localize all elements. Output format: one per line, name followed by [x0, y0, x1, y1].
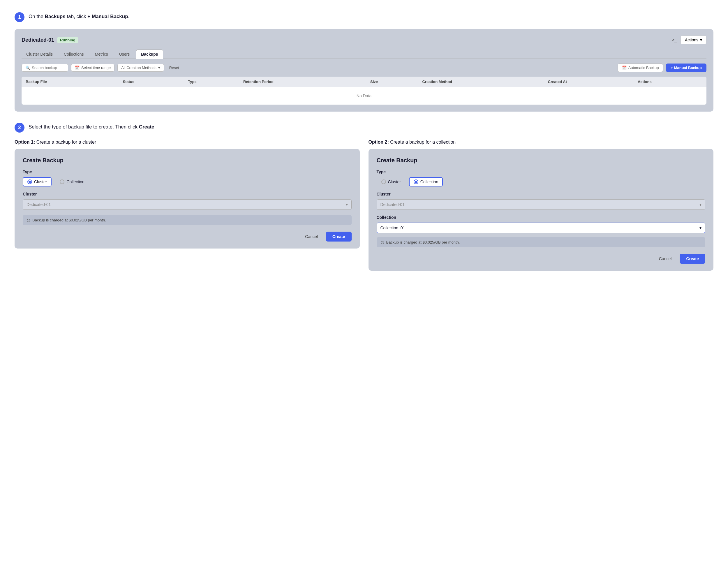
col-status: Status [119, 77, 184, 87]
terminal-button[interactable]: >_ [672, 37, 677, 43]
option1-cancel-button[interactable]: Cancel [300, 232, 322, 241]
step1-text: On the Backups tab, click + Manual Backu… [29, 12, 129, 20]
time-range-button[interactable]: 📅 Select time range [71, 64, 114, 72]
panel-title: Dedicated-01 [22, 37, 54, 43]
option1-cluster-label: Cluster [23, 192, 352, 196]
running-badge: Running [57, 37, 78, 43]
option2-info-icon: ◎ [381, 240, 384, 245]
backup-table: Backup File Status Type Retention Period… [22, 77, 706, 105]
option1-cluster-radio-circle [27, 179, 32, 184]
step2-text: Select the type of backup file to create… [29, 122, 156, 131]
option2-collection-chevron-icon: ▾ [699, 226, 701, 230]
option1-cluster-value: Dedicated-01 [27, 202, 51, 207]
auto-backup-label: Automatic Backup [628, 66, 659, 70]
tab-backups[interactable]: Backups [136, 50, 163, 59]
option2-info-text: Backup is charged at $0.025/GB per month… [386, 240, 460, 245]
option2-cluster-value: Dedicated-01 [381, 202, 405, 207]
col-actions: Actions [633, 77, 706, 87]
reset-button[interactable]: Reset [167, 64, 181, 71]
options-row: Option 1: Create a backup for a cluster … [15, 140, 713, 271]
option1-heading-text: Create a backup for a cluster [36, 140, 96, 145]
actions-chevron-icon: ▾ [700, 37, 702, 42]
option2-collection-radio-circle [414, 179, 418, 184]
option1-radio-group: Cluster Collection [23, 177, 352, 186]
option2-cluster-radio-circle [381, 179, 386, 184]
option1-footer: Cancel Create [23, 232, 352, 242]
option2-footer: Cancel Create [377, 254, 706, 264]
step2-row: 2 Select the type of backup file to crea… [15, 122, 713, 132]
tab-users[interactable]: Users [114, 50, 135, 58]
actions-label: Actions [685, 37, 698, 42]
panel-header: Dedicated-01 Running >_ Actions ▾ [22, 35, 706, 44]
step1-after: . [128, 14, 130, 19]
tabs-row: Cluster Details Collections Metrics User… [22, 50, 706, 59]
option2-card-title: Create Backup [377, 157, 706, 164]
option2-radio-group: Cluster Collection [377, 177, 706, 186]
col-backup-file: Backup File [22, 77, 119, 87]
search-placeholder: Search backup [32, 66, 57, 70]
search-icon: 🔍 [25, 66, 30, 70]
option2-collection-select[interactable]: Collection_01 ▾ [377, 223, 706, 233]
tab-collections[interactable]: Collections [59, 50, 88, 58]
creation-method-button[interactable]: All Creation Methods ▾ [118, 64, 164, 72]
no-data-cell: No Data [22, 87, 706, 105]
option1-cluster-radio-label: Cluster [34, 179, 47, 184]
time-range-label: Select time range [81, 66, 111, 70]
cluster-panel: Dedicated-01 Running >_ Actions ▾ Cluste… [15, 29, 713, 111]
auto-backup-button[interactable]: 📅 Automatic Backup [618, 64, 663, 72]
option1-card: Create Backup Type Cluster Collection Cl… [15, 149, 360, 249]
option1-block: Option 1: Create a backup for a cluster … [15, 140, 360, 249]
actions-button[interactable]: Actions ▾ [680, 35, 706, 44]
option1-card-title: Create Backup [23, 157, 352, 164]
col-created-at: Created At [544, 77, 633, 87]
option2-type-label: Type [377, 170, 706, 174]
option1-cluster-radio[interactable]: Cluster [23, 177, 52, 186]
option1-cluster-select[interactable]: Dedicated-01 ▾ [23, 199, 352, 210]
step2-before: Select the type of backup file to create… [29, 124, 139, 130]
step1-bold1: Backups [45, 14, 66, 19]
option2-collection-radio-label: Collection [420, 179, 438, 184]
option2-cancel-button[interactable]: Cancel [654, 254, 676, 263]
creation-method-label: All Creation Methods [121, 66, 156, 70]
step2-after: . [154, 124, 156, 130]
tab-metrics[interactable]: Metrics [90, 50, 113, 58]
step2-badge: 2 [15, 123, 24, 132]
option2-cluster-chevron-icon: ▾ [699, 202, 701, 207]
option1-info-text: Backup is charged at $0.025/GB per month… [32, 218, 106, 222]
option2-collection-value: Collection_01 [381, 226, 405, 230]
option1-bold: Option 1: [15, 140, 35, 145]
option2-info-box: ◎ Backup is charged at $0.025/GB per mon… [377, 237, 706, 247]
option2-cluster-select[interactable]: Dedicated-01 ▾ [377, 199, 706, 210]
calendar-icon: 📅 [75, 66, 80, 70]
option1-cluster-chevron-icon: ▾ [346, 202, 348, 207]
search-box[interactable]: 🔍 Search backup [22, 64, 68, 72]
step1-before: On the [29, 14, 45, 19]
option2-block: Option 2: Create a backup for a collecti… [368, 140, 714, 271]
col-creation-method: Creation Method [418, 77, 544, 87]
option2-cluster-label: Cluster [377, 192, 706, 196]
option1-collection-radio[interactable]: Collection [55, 177, 89, 186]
step1-row: 1 On the Backups tab, click + Manual Bac… [15, 12, 713, 22]
col-type: Type [184, 77, 239, 87]
option2-create-button[interactable]: Create [680, 254, 705, 264]
creation-method-chevron-icon: ▾ [158, 66, 160, 70]
option2-bold: Option 2: [368, 140, 389, 145]
option2-collection-radio[interactable]: Collection [409, 177, 443, 186]
option1-collection-radio-circle [60, 179, 64, 184]
auto-backup-calendar-icon: 📅 [622, 66, 627, 70]
option1-type-label: Type [23, 170, 352, 174]
option2-heading: Option 2: Create a backup for a collecti… [368, 140, 714, 145]
step1-badge: 1 [15, 12, 24, 22]
step1-bold2: + Manual Backup [87, 14, 128, 19]
option1-info-icon: ◎ [27, 218, 30, 222]
option2-heading-text: Create a backup for a collection [390, 140, 456, 145]
option2-cluster-radio[interactable]: Cluster [377, 177, 406, 186]
option1-heading: Option 1: Create a backup for a cluster [15, 140, 360, 145]
option1-create-button[interactable]: Create [326, 232, 352, 242]
col-size: Size [366, 77, 418, 87]
panel-title-group: Dedicated-01 Running [22, 37, 78, 43]
option1-collection-radio-label: Collection [67, 179, 84, 184]
toolbar: 🔍 Search backup 📅 Select time range All … [22, 64, 706, 72]
tab-cluster-details[interactable]: Cluster Details [22, 50, 57, 58]
manual-backup-button[interactable]: + Manual Backup [666, 64, 706, 72]
